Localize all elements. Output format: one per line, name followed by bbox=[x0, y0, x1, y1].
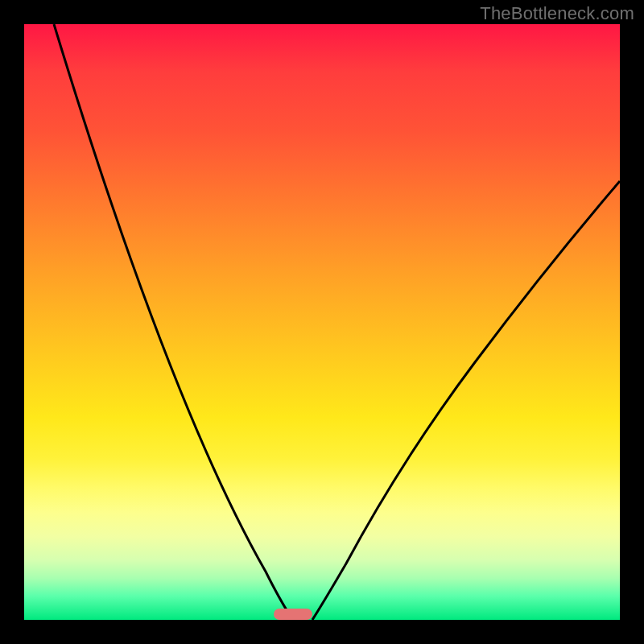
chart-plot-area bbox=[24, 24, 620, 620]
bottleneck-curve bbox=[24, 24, 620, 620]
left-curve bbox=[54, 24, 293, 620]
chart-frame: TheBottleneck.com bbox=[0, 0, 644, 644]
minimum-marker bbox=[274, 609, 312, 620]
right-curve bbox=[312, 181, 620, 620]
watermark-text: TheBottleneck.com bbox=[480, 3, 634, 24]
